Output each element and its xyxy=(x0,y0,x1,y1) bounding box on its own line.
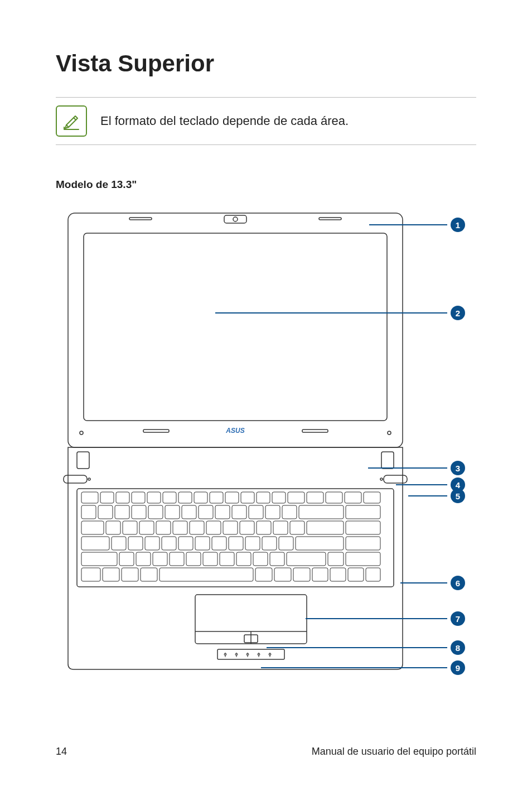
svg-rect-72 xyxy=(229,537,243,550)
svg-rect-85 xyxy=(220,552,234,566)
svg-rect-19 xyxy=(132,492,145,503)
brand-logo: ASUS xyxy=(225,427,244,435)
svg-rect-33 xyxy=(364,492,380,503)
publication-title: Manual de usuario del equipo portátil xyxy=(312,746,476,758)
svg-rect-70 xyxy=(195,537,210,550)
svg-rect-78 xyxy=(81,552,117,566)
svg-rect-60 xyxy=(273,521,288,534)
svg-rect-29 xyxy=(288,492,304,503)
svg-rect-48 xyxy=(346,505,380,519)
svg-rect-88 xyxy=(270,552,284,566)
svg-rect-76 xyxy=(296,537,344,550)
svg-rect-4 xyxy=(84,233,387,421)
svg-rect-25 xyxy=(225,492,239,503)
svg-rect-34 xyxy=(81,505,96,519)
svg-rect-44 xyxy=(249,505,263,519)
svg-rect-61 xyxy=(290,521,304,534)
svg-rect-92 xyxy=(81,568,100,581)
svg-rect-103 xyxy=(366,568,380,581)
svg-rect-97 xyxy=(255,568,272,581)
svg-rect-96 xyxy=(159,568,253,581)
note-callout: El formato del teclado depende de cada á… xyxy=(56,97,476,145)
svg-rect-20 xyxy=(147,492,161,503)
svg-rect-82 xyxy=(170,552,184,566)
svg-point-8 xyxy=(388,431,391,435)
callout-6: 6 xyxy=(400,576,465,590)
svg-rect-54 xyxy=(173,521,187,534)
callout-2: 2 xyxy=(215,306,465,320)
svg-rect-21 xyxy=(163,492,176,503)
svg-rect-16 xyxy=(81,492,98,503)
page-title: Vista Superior xyxy=(56,50,476,77)
svg-rect-24 xyxy=(210,492,223,503)
svg-rect-40 xyxy=(182,505,196,519)
svg-rect-79 xyxy=(119,552,134,566)
callout-3: 3 xyxy=(368,461,465,475)
svg-rect-64 xyxy=(81,537,109,550)
svg-rect-50 xyxy=(106,521,120,534)
svg-point-3 xyxy=(233,217,238,221)
svg-rect-26 xyxy=(241,492,254,503)
callout-5: 5 xyxy=(408,489,465,503)
svg-rect-39 xyxy=(165,505,180,519)
callout-8: 8 xyxy=(267,640,465,655)
svg-rect-22 xyxy=(178,492,192,503)
svg-rect-56 xyxy=(206,521,221,534)
svg-rect-59 xyxy=(257,521,271,534)
svg-rect-58 xyxy=(240,521,254,534)
svg-rect-98 xyxy=(274,568,291,581)
svg-rect-37 xyxy=(132,505,146,519)
svg-rect-86 xyxy=(236,552,251,566)
svg-rect-17 xyxy=(100,492,114,503)
svg-rect-81 xyxy=(153,552,167,566)
svg-rect-74 xyxy=(262,537,277,550)
svg-rect-90 xyxy=(328,552,344,566)
laptop-diagram: ASUS xyxy=(57,208,475,676)
svg-rect-42 xyxy=(215,505,230,519)
svg-rect-31 xyxy=(326,492,342,503)
svg-rect-100 xyxy=(312,568,328,581)
svg-rect-46 xyxy=(282,505,297,519)
svg-rect-32 xyxy=(345,492,361,503)
callout-1: 1 xyxy=(369,218,465,232)
svg-rect-41 xyxy=(199,505,213,519)
svg-rect-94 xyxy=(122,568,138,581)
svg-rect-75 xyxy=(279,537,293,550)
svg-rect-93 xyxy=(103,568,119,581)
svg-rect-84 xyxy=(203,552,217,566)
svg-rect-30 xyxy=(307,492,323,503)
page-number: 14 xyxy=(56,746,67,758)
svg-rect-23 xyxy=(194,492,207,503)
svg-point-13 xyxy=(380,478,383,480)
svg-rect-51 xyxy=(123,521,137,534)
svg-rect-99 xyxy=(293,568,310,581)
svg-rect-83 xyxy=(186,552,201,566)
svg-rect-77 xyxy=(346,537,380,550)
svg-rect-55 xyxy=(190,521,204,534)
svg-point-7 xyxy=(80,431,83,435)
svg-rect-95 xyxy=(141,568,157,581)
svg-rect-101 xyxy=(330,568,346,581)
svg-rect-73 xyxy=(245,537,260,550)
svg-rect-43 xyxy=(232,505,246,519)
svg-rect-91 xyxy=(346,552,380,566)
camera-icon xyxy=(224,215,246,223)
svg-rect-68 xyxy=(162,537,176,550)
model-label: Modelo de 13.3" xyxy=(56,179,476,191)
svg-rect-63 xyxy=(346,521,380,534)
svg-rect-11 xyxy=(64,475,87,483)
svg-rect-89 xyxy=(287,552,326,566)
svg-point-12 xyxy=(88,478,90,480)
svg-rect-45 xyxy=(265,505,280,519)
svg-rect-53 xyxy=(156,521,171,534)
svg-rect-52 xyxy=(139,521,154,534)
note-text: El formato del teclado depende de cada á… xyxy=(100,114,349,128)
svg-rect-66 xyxy=(128,537,143,550)
svg-rect-0 xyxy=(68,213,403,447)
svg-rect-69 xyxy=(178,537,193,550)
svg-rect-35 xyxy=(98,505,113,519)
note-pencil-icon xyxy=(56,105,87,137)
svg-rect-6 xyxy=(302,430,328,432)
svg-rect-87 xyxy=(253,552,268,566)
svg-rect-57 xyxy=(223,521,238,534)
